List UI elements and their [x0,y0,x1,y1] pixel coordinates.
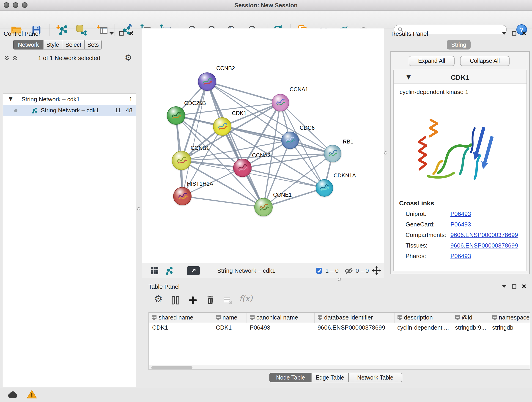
column-header[interactable]: namespace [489,313,530,323]
column-header[interactable]: database identifier [314,313,394,323]
network-node-ccne1[interactable] [254,198,273,216]
tab-network-table[interactable]: Network Table [348,373,402,382]
crosslink-compartments-link[interactable]: 9606.ENSP00000378699 [450,231,518,238]
table-cell[interactable]: stringdb [489,323,530,332]
tab-style[interactable]: Style [43,40,62,50]
column-header[interactable]: description [394,313,452,323]
tab-node-table[interactable]: Node Table [269,373,312,382]
collection-label: String Network – cdk1 [22,96,80,103]
tree-expand-icon[interactable]: ▼ [9,96,13,102]
network-node-hist1h1a[interactable] [173,187,191,205]
crosslink-tissues-link[interactable]: 9606.ENSP00000378699 [450,242,518,249]
column-header[interactable]: name [213,313,247,323]
protein-structure-thumbnail [170,110,182,121]
table-panel: Table Panel ⚙ f(x) shared name name cano… [142,281,532,387]
tab-network[interactable]: Network [13,40,44,50]
tab-sets[interactable]: Sets [84,40,102,50]
protein-structure-thumbnail [319,183,330,193]
hidden-eye-slash-icon[interactable] [345,268,353,275]
network-node-cdk1[interactable] [213,117,231,136]
network-canvas[interactable]: CCNB2CCNA1CDC25BCDK1CDC6RB1CCNB1CCNA2CDK… [142,28,384,263]
panel-close-icon[interactable] [521,31,526,36]
network-collection-row[interactable]: ▼ String Network – cdk1 1 [3,94,136,105]
tab-edge-table[interactable]: Edge Table [311,373,349,382]
column-header[interactable]: shared name [149,313,213,323]
attribute-table: shared name name canonical name database… [149,313,530,332]
network-options-gear-icon[interactable]: ⚙ [125,53,132,62]
scrollbar-thumb[interactable] [151,366,192,369]
network-label: String Network – cdk1 [41,107,99,114]
delete-column-icon[interactable] [205,295,215,307]
panel-close-icon[interactable] [129,31,134,36]
collapse-all-button[interactable]: Collapse All [460,56,510,66]
panel-float-icon[interactable] [119,31,124,36]
table-cell[interactable]: 9606.ENSP00000378699 [314,323,394,332]
grid-view-icon[interactable] [150,266,159,276]
network-node-ccnb1[interactable] [172,151,191,170]
control-panel-tabs: NetworkStyleSelectSets [14,40,102,50]
crosslink-pharos-link[interactable]: P06493 [450,253,471,259]
panel-float-icon[interactable] [512,284,516,288]
node-label-hist1h1a: HIST1H1A [187,181,213,187]
table-cell[interactable]: cyclin-dependent ... [394,323,452,332]
expand-all-button[interactable]: Expand All [409,56,455,66]
node-label-ccne1: CCNE1 [273,191,292,198]
diagonal-arrow-icon [190,268,196,274]
network-node-ccnb2[interactable] [198,72,216,91]
table-cell[interactable]: P06493 [247,323,314,332]
horizontal-scrollbar[interactable] [149,365,530,370]
protein-structure-thumbnail [216,121,228,132]
network-node-rb1[interactable] [324,145,341,162]
sort-icon [397,315,402,320]
network-selection-row: 1 of 1 Network selected ⚙ [0,52,138,64]
table-options-gear-icon[interactable]: ⚙ [154,294,163,304]
network-node-count: 11 [115,107,121,114]
network-row-selected[interactable]: String Network – cdk1 11 48 [3,105,136,116]
network-node-cdkn1a[interactable] [316,179,333,197]
selection-summary: 1 of 1 Network selected [0,55,138,61]
network-node-cdc25b[interactable] [167,106,185,125]
selected-checkbox-icon[interactable] [316,268,322,274]
table-cell[interactable]: CDK1 [213,323,247,332]
table-header-row: shared name name canonical name database… [149,313,530,323]
column-header[interactable]: canonical name [247,313,314,323]
warning-icon[interactable] [27,390,37,400]
node-label-ccnb2: CCNB2 [216,65,235,71]
add-column-icon[interactable] [188,295,198,307]
table-cell[interactable]: CDK1 [149,323,213,332]
birdseye-view-button[interactable] [187,266,200,275]
panel-float-icon[interactable] [512,31,516,36]
table-row[interactable]: CDK1 CDK1 P06493 9606.ENSP00000378699 cy… [149,323,530,332]
crosslink-uniprot-link[interactable]: P06493 [450,211,471,217]
protein-structure-thumbnail [327,148,338,159]
horizontal-splitter-handle[interactable] [338,278,341,281]
network-node-cdc6[interactable] [281,132,299,149]
crosslink-genecard-link[interactable]: P06493 [450,221,471,228]
column-header[interactable]: @id [452,313,489,323]
table-cell[interactable]: stringdb:9... [452,323,489,332]
results-tab-string[interactable]: String [447,40,471,50]
panel-menu-icon[interactable] [502,32,507,35]
cloud-icon[interactable] [7,390,18,400]
network-node-ccna1[interactable] [272,94,289,111]
tab-select[interactable]: Select [62,40,85,50]
pan-crosshair-icon[interactable] [372,266,381,276]
left-splitter-handle[interactable] [137,207,140,211]
show-columns-icon[interactable] [171,295,181,307]
sort-icon [455,315,460,320]
panel-close-icon[interactable] [521,284,526,289]
right-splitter-handle[interactable] [384,151,387,154]
protein-structure-thumbnail [257,202,269,213]
network-node-ccna2[interactable] [233,159,252,177]
network-share-icon[interactable] [164,266,173,276]
sort-icon [152,315,157,320]
protein-structure-thumbnail [175,154,188,166]
node-label-cdkn1a: CDKN1A [334,172,356,179]
panel-menu-icon[interactable] [502,284,507,288]
crosslink-label: Uniprot: [405,211,426,217]
main-toolbar: ? [0,11,532,28]
function-builder-icon[interactable]: f(x) [239,294,253,303]
panel-menu-icon[interactable] [109,32,114,35]
selected-counter: 1 – 0 [325,267,339,274]
node-label-rb1: RB1 [343,138,354,145]
